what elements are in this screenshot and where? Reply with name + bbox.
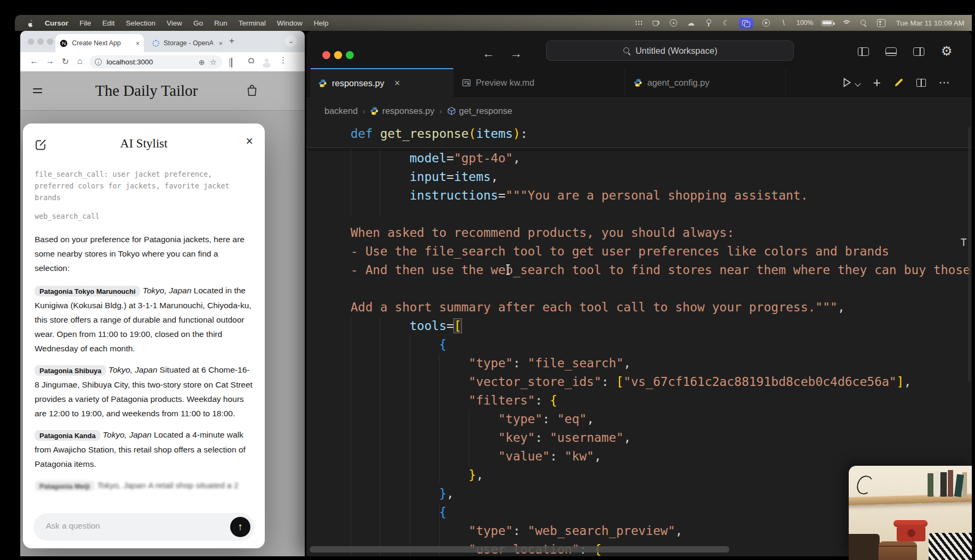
- tab-label: agent_config.py: [647, 78, 710, 88]
- new-tab-button[interactable]: +: [229, 36, 234, 46]
- workspace-search-bar[interactable]: Untitled (Workspace): [546, 40, 794, 61]
- code-line[interactable]: tools=[: [351, 317, 970, 335]
- breadcrumb-item[interactable]: responses.py: [370, 106, 434, 116]
- code-line[interactable]: instructions="""You are a personal shopp…: [351, 186, 970, 205]
- store-name-pill[interactable]: Patagonia Kanda: [35, 430, 100, 441]
- code-line[interactable]: "type": "file_search",: [351, 354, 970, 373]
- cloud-icon[interactable]: ☁: [686, 18, 696, 28]
- run-dropdown-icon[interactable]: [855, 80, 861, 86]
- code-line[interactable]: - Use the file_search tool to get user p…: [351, 242, 970, 261]
- code-line[interactable]: [351, 279, 970, 298]
- menu-item-edit[interactable]: Edit: [102, 19, 115, 27]
- horizontal-scrollbar[interactable]: [310, 546, 729, 553]
- send-button[interactable]: ↑: [230, 517, 250, 537]
- question-input[interactable]: Ask a question ↑: [34, 513, 254, 541]
- moon-icon[interactable]: ☾: [721, 18, 731, 28]
- side-panel-icon[interactable]: [231, 58, 232, 68]
- menu-item-selection[interactable]: Selection: [126, 19, 156, 27]
- nav-forward-icon[interactable]: →: [510, 46, 522, 61]
- home-icon[interactable]: ⌂: [77, 56, 83, 66]
- menu-item-file[interactable]: File: [79, 19, 91, 27]
- gauge-icon[interactable]: [669, 18, 678, 28]
- extensions-icon[interactable]: [247, 57, 255, 65]
- window-zoom-button[interactable]: [346, 51, 354, 59]
- menu-item-run[interactable]: Run: [214, 19, 228, 27]
- forward-icon[interactable]: →: [46, 56, 54, 66]
- code-line[interactable]: [351, 205, 970, 224]
- window-close-button[interactable]: [322, 51, 330, 59]
- apple-menu-icon[interactable]: [27, 19, 34, 27]
- users-icon[interactable]: [876, 18, 886, 28]
- menu-item-cursor[interactable]: Cursor: [45, 19, 68, 27]
- code-line[interactable]: model="gpt-4o",: [351, 149, 970, 168]
- menu-item-terminal[interactable]: Terminal: [239, 19, 266, 27]
- code-token: "filters": [469, 393, 535, 407]
- new-file-icon[interactable]: +: [873, 75, 881, 90]
- apps-icon[interactable]: [633, 18, 643, 28]
- cup-icon[interactable]: [651, 18, 661, 28]
- window-close-button[interactable]: [28, 38, 34, 45]
- cursor-edit-pencil-icon[interactable]: [893, 78, 904, 88]
- slash-icon[interactable]: \: [779, 18, 789, 28]
- code-line[interactable]: "value": "kw",: [351, 447, 970, 466]
- tab-close-icon[interactable]: ×: [130, 39, 140, 47]
- webcam-overlay: [849, 466, 972, 560]
- breadcrumb-item[interactable]: get_response: [447, 106, 513, 116]
- bookmark-star-icon[interactable]: ☆: [210, 57, 217, 67]
- menu-item-help[interactable]: Help: [314, 19, 329, 27]
- address-bar[interactable]: i localhost:3000 ⊕ ☆: [90, 55, 222, 69]
- record-icon[interactable]: [761, 18, 771, 28]
- code-line[interactable]: {: [351, 335, 970, 354]
- split-editor-icon[interactable]: [916, 79, 926, 87]
- code-line[interactable]: input=items,: [351, 168, 970, 186]
- editor-tab[interactable]: responses.py×: [311, 68, 453, 97]
- toggle-secondary-sidebar-icon[interactable]: [913, 47, 924, 56]
- run-python-icon[interactable]: [843, 78, 860, 87]
- back-icon[interactable]: ←: [30, 56, 38, 66]
- menu-item-window[interactable]: Window: [277, 19, 303, 27]
- editor-tab[interactable]: Preview kw.md: [454, 68, 625, 97]
- toggle-panel-icon[interactable]: [885, 47, 897, 56]
- code-line[interactable]: def get_response(items):: [351, 125, 527, 143]
- tab-search-button[interactable]: ⌄: [285, 35, 297, 47]
- reload-icon[interactable]: ↻: [62, 56, 69, 67]
- more-actions-icon[interactable]: ⋯: [939, 76, 950, 89]
- code-line[interactable]: "key": "username",: [351, 429, 970, 447]
- site-info-icon[interactable]: i: [95, 59, 102, 65]
- editor-tab[interactable]: agent_config.py: [626, 68, 786, 97]
- window-minimize-button[interactable]: [37, 38, 44, 45]
- close-icon[interactable]: ×: [246, 135, 253, 147]
- search-icon: [623, 47, 631, 55]
- code-line[interactable]: When asked to recommend products, you sh…: [351, 224, 970, 242]
- screens-icon[interactable]: [739, 18, 753, 29]
- window-zoom-button[interactable]: [47, 38, 53, 45]
- window-minimize-button[interactable]: [334, 51, 342, 59]
- browser-tab[interactable]: Create Next App×: [55, 34, 144, 52]
- sticky-scroll-line[interactable]: def get_response(items):: [351, 125, 527, 148]
- search-icon[interactable]: [859, 18, 868, 28]
- code-line[interactable]: - And then use the web_search tool to fi…: [351, 261, 970, 279]
- browser-tab[interactable]: Storage - OpenAI A×: [148, 34, 227, 52]
- shopping-bag-icon[interactable]: [246, 84, 258, 97]
- code-line[interactable]: "filters": {: [351, 391, 970, 410]
- code-line[interactable]: "type": "eq",: [351, 410, 970, 429]
- store-name-pill[interactable]: Patagonia Shibuya: [35, 365, 106, 376]
- code-line[interactable]: Add a short summary after each tool call…: [351, 298, 970, 317]
- toggle-primary-sidebar-icon[interactable]: [858, 47, 869, 56]
- menu-bar-clock[interactable]: Tue Mar 11 10:09 AM: [896, 19, 964, 27]
- settings-gear-icon[interactable]: ⚙: [941, 44, 953, 59]
- browser-menu-icon[interactable]: ⋮: [279, 55, 287, 65]
- nav-back-icon[interactable]: ←: [482, 46, 494, 61]
- key-icon[interactable]: [704, 18, 713, 28]
- store-name-pill[interactable]: Patagonia Tokyo Marunouchi: [35, 286, 140, 297]
- menu-item-view[interactable]: View: [167, 19, 182, 27]
- breadcrumb-item[interactable]: backend: [324, 106, 358, 116]
- code-token: "eq": [557, 412, 587, 426]
- menu-item-go[interactable]: Go: [193, 19, 203, 27]
- vertical-scrollbar[interactable]: [968, 127, 971, 382]
- wifi-icon[interactable]: [841, 18, 851, 28]
- code-line[interactable]: "vector_store_ids": ["vs_67cf161c2ac8819…: [351, 373, 970, 391]
- zoom-page-icon[interactable]: ⊕: [199, 58, 205, 67]
- tab-close-icon[interactable]: ×: [394, 78, 400, 89]
- tab-close-icon[interactable]: ×: [213, 39, 223, 47]
